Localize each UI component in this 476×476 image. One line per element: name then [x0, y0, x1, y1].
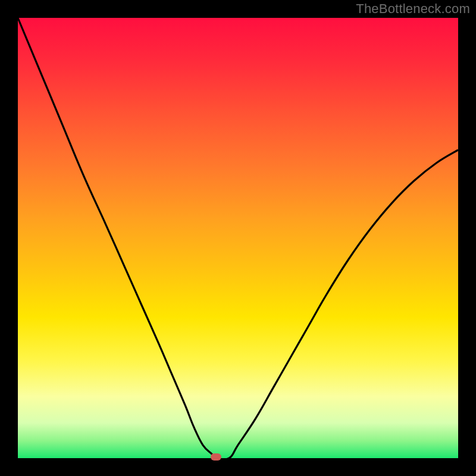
curve-path — [18, 18, 458, 459]
optimal-marker — [211, 453, 221, 461]
chart-frame: TheBottleneck.com — [0, 0, 476, 476]
plot-area — [18, 18, 458, 458]
watermark-text: TheBottleneck.com — [356, 1, 470, 17]
bottleneck-curve — [18, 18, 458, 458]
